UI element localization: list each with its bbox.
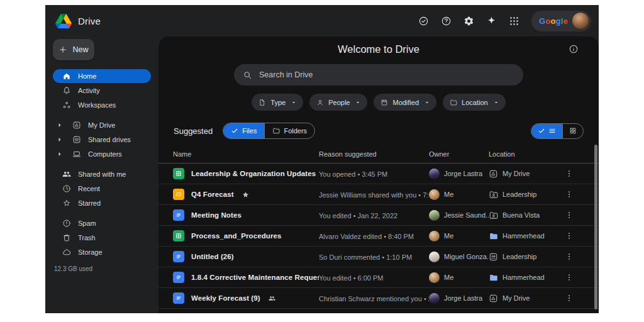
search-bar[interactable] xyxy=(234,64,523,86)
drive-app-window: Drive Google New HomeActivityWorkspacesM… xyxy=(45,5,599,313)
sidebar-nav: HomeActivityWorkspacesMy DriveShared dri… xyxy=(45,69,158,259)
shareddrives-icon xyxy=(72,135,81,144)
more-options-icon[interactable] xyxy=(565,294,574,303)
new-button[interactable]: New xyxy=(53,39,94,60)
chip-label: Type xyxy=(270,99,286,106)
grid-view-toggle[interactable] xyxy=(562,124,583,138)
list-view-toggle[interactable] xyxy=(531,124,562,138)
search-input[interactable] xyxy=(259,70,514,79)
sidebar-item-shared-with-me[interactable]: Shared with me xyxy=(53,167,151,181)
owner-name: Jorge Lastra xyxy=(444,294,482,302)
table-row[interactable]: 1.8.4 Corrective Maintenance RequestYou … xyxy=(158,267,599,288)
google-account-pill[interactable]: Google xyxy=(531,11,591,31)
info-icon[interactable] xyxy=(569,44,579,54)
more-options-icon[interactable] xyxy=(565,252,574,261)
gemini-sparkle-icon[interactable] xyxy=(486,16,497,26)
more-options-icon[interactable] xyxy=(565,190,574,199)
owner-avatar xyxy=(429,189,440,200)
sidebar-item-home[interactable]: Home xyxy=(53,69,151,83)
table-row[interactable]: Leadership & Organization UpdatesYou ope… xyxy=(158,164,599,184)
sidebar-item-label: Starred xyxy=(78,199,101,207)
drive-logo[interactable]: Drive xyxy=(45,14,101,28)
shared-folder-icon xyxy=(489,190,498,199)
settings-icon[interactable] xyxy=(464,16,474,26)
table-row[interactable]: Weekly Forecast (9)Christian Schwarz men… xyxy=(158,288,599,309)
sidebar-item-shared-drives[interactable]: Shared drives xyxy=(53,133,151,147)
filter-chip-modified[interactable]: Modified xyxy=(374,94,436,111)
file-name: Q4 Forecast xyxy=(191,191,234,198)
more-options-icon[interactable] xyxy=(565,211,574,219)
file-name: Meeting Notes xyxy=(191,211,242,219)
column-header-name[interactable]: Name xyxy=(158,150,319,158)
plus-icon xyxy=(58,45,67,54)
owner-avatar xyxy=(429,169,440,179)
list-view-icon xyxy=(548,127,556,135)
sidebar-item-starred[interactable]: Starred xyxy=(53,196,151,210)
expand-icon[interactable] xyxy=(55,150,64,158)
table-row[interactable]: Meeting NotesYou edited • Jan 22, 2022Je… xyxy=(158,205,599,226)
owner-name: Miguel Gonza... xyxy=(444,253,489,260)
sidebar-item-trash[interactable]: Trash xyxy=(53,231,151,245)
apps-grid-icon[interactable] xyxy=(509,16,519,26)
filter-chip-people[interactable]: People xyxy=(309,94,367,111)
scrollbar[interactable] xyxy=(594,145,597,309)
owner-avatar xyxy=(429,252,440,262)
sidebar-item-label: Workspaces xyxy=(78,101,116,109)
page-title: Welcome to Drive xyxy=(158,43,599,55)
sidebar-item-my-drive[interactable]: My Drive xyxy=(53,118,151,132)
sidebar-item-activity[interactable]: Activity xyxy=(53,84,151,97)
chip-label: Modified xyxy=(392,99,419,106)
docs-file-icon xyxy=(173,209,184,221)
sidebar-item-recent[interactable]: Recent xyxy=(53,182,151,196)
docs-file-icon xyxy=(173,292,184,304)
expand-icon[interactable] xyxy=(55,135,64,144)
file-name: Leadership & Organization Updates xyxy=(191,170,316,177)
more-options-icon[interactable] xyxy=(565,169,574,178)
storage-usage-text: 12.3 GB used xyxy=(54,265,158,272)
expand-icon[interactable] xyxy=(55,121,64,130)
location-name: Hammerhead xyxy=(502,274,545,281)
table-row[interactable]: Untitled (26)So Duri commented • 1:10 PM… xyxy=(158,247,599,267)
check-icon xyxy=(538,127,545,135)
mydrive-loc-icon xyxy=(489,169,498,179)
calendar-icon xyxy=(380,99,388,106)
shared-drive-icon xyxy=(489,252,498,262)
sidebar-item-label: Home xyxy=(78,72,96,80)
shared-people-icon xyxy=(269,295,275,302)
sheets-file-icon xyxy=(173,230,184,242)
sidebar-item-workspaces[interactable]: Workspaces xyxy=(53,98,151,112)
column-header-reason[interactable]: Reason suggested xyxy=(319,150,429,158)
owner-avatar xyxy=(429,231,440,242)
chip-label: People xyxy=(328,99,350,106)
folders-toggle[interactable]: Folders xyxy=(264,123,314,138)
files-toggle[interactable]: Files xyxy=(223,123,264,138)
new-button-label: New xyxy=(72,45,88,54)
filter-chip-type[interactable]: Type xyxy=(252,94,303,111)
help-icon[interactable] xyxy=(441,16,452,26)
home-icon xyxy=(62,72,71,80)
owner-name: Jessie Saund... xyxy=(444,211,489,219)
account-avatar[interactable] xyxy=(572,13,589,29)
column-header-owner[interactable]: Owner xyxy=(429,150,489,158)
column-header-location[interactable]: Location xyxy=(489,150,557,158)
location-name: Leadership xyxy=(502,253,536,260)
laptop-icon xyxy=(72,150,81,158)
alert-icon xyxy=(62,219,71,228)
table-header: Name Reason suggested Owner Location xyxy=(158,145,599,164)
more-options-icon[interactable] xyxy=(565,231,574,240)
table-row[interactable]: Q4 ForecastJessie Williams shared with y… xyxy=(158,184,599,205)
file-name: Untitled (26) xyxy=(191,253,234,260)
sidebar-item-storage[interactable]: Storage xyxy=(53,245,151,259)
sidebar-section-3: SpamTrashStorage xyxy=(45,216,158,259)
check-icon xyxy=(231,127,238,135)
table-row[interactable]: W12 v22 UpdateYou edited • Jan 7, 2022Mi… xyxy=(158,309,599,313)
sidebar-item-spam[interactable]: Spam xyxy=(53,216,151,230)
offline-status-icon[interactable] xyxy=(418,16,429,26)
owner-name: Me xyxy=(444,232,453,240)
sidebar-item-computers[interactable]: Computers xyxy=(53,147,151,161)
cloud-icon xyxy=(62,248,71,257)
filter-chip-location[interactable]: Location xyxy=(443,94,506,111)
table-row[interactable]: Process_and_ProceduresAlvaro Valdez edit… xyxy=(158,226,599,247)
view-toggle xyxy=(531,123,584,139)
more-options-icon[interactable] xyxy=(565,273,574,282)
